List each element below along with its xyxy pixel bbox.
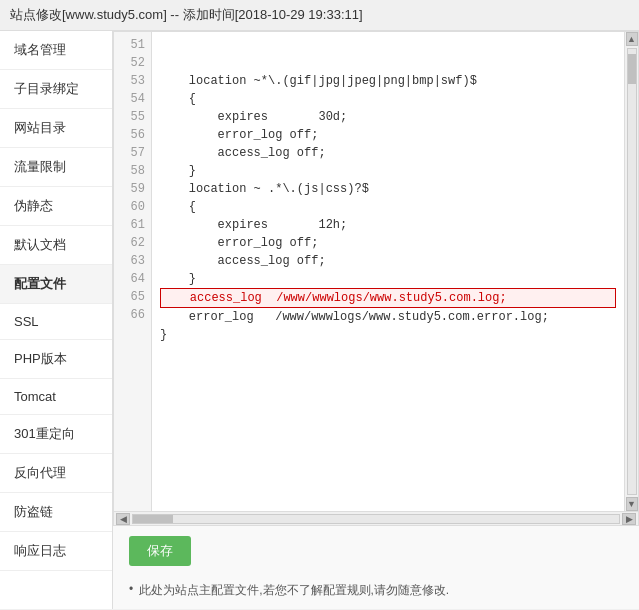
line-number-60: 60 [114,198,151,216]
code-line-65: error_log /www/wwwlogs/www.study5.com.er… [160,308,616,326]
sidebar-item-tomcat[interactable]: Tomcat [0,379,112,415]
code-line-54: error_log off; [160,126,616,144]
v-scroll-thumb[interactable] [628,54,636,84]
sidebar-item-sitedir[interactable]: 网站目录 [0,109,112,148]
title-bar: 站点修改[www.study5.com] -- 添加时间[2018-10-29 … [0,0,639,31]
h-scroll-right-arrow[interactable]: ▶ [622,513,636,525]
sidebar-item-redirect301[interactable]: 301重定向 [0,415,112,454]
sidebar-item-reverse-proxy[interactable]: 反向代理 [0,454,112,493]
code-line-64: access_log /www/wwwlogs/www.study5.com.l… [160,288,616,308]
sidebar-item-traffic[interactable]: 流量限制 [0,148,112,187]
note-area: • 此处为站点主配置文件,若您不了解配置规则,请勿随意修改. [113,576,639,609]
h-scroll-track[interactable] [132,514,620,524]
sidebar-item-domain[interactable]: 域名管理 [0,31,112,70]
sidebar-item-hotlink[interactable]: 防盗链 [0,493,112,532]
v-scroll-down-arrow[interactable]: ▼ [626,497,638,511]
title-text: 站点修改[www.study5.com] -- 添加时间[2018-10-29 … [10,7,363,22]
code-line-58: location ~ .*\.(js|css)?$ [160,180,616,198]
vertical-scrollbar[interactable]: ▲ ▼ [624,32,638,511]
code-line-59: { [160,198,616,216]
line-number-63: 63 [114,252,151,270]
line-number-56: 56 [114,126,151,144]
line-number-52: 52 [114,54,151,72]
line-number-62: 62 [114,234,151,252]
code-line-63: } [160,270,616,288]
code-line-56: } [160,162,616,180]
sidebar-item-default-doc[interactable]: 默认文档 [0,226,112,265]
code-line-53: expires 30d; [160,108,616,126]
line-number-66: 66 [114,306,151,324]
code-line-62: access_log off; [160,252,616,270]
code-line-60: expires 12h; [160,216,616,234]
line-number-57: 57 [114,144,151,162]
code-line-51: location ~*\.(gif|jpg|jpeg|png|bmp|swf)$ [160,72,616,90]
code-line-66: } [160,326,616,344]
content-area: 51525354555657585960616263646566 locatio… [113,31,639,609]
v-scroll-track[interactable] [627,48,637,495]
v-scroll-up-arrow[interactable]: ▲ [626,32,638,46]
sidebar-item-config-file[interactable]: 配置文件 [0,265,112,304]
horizontal-scrollbar[interactable]: ◀ ▶ [114,511,638,525]
h-scroll-thumb[interactable] [133,515,173,523]
code-content[interactable]: location ~*\.(gif|jpg|jpeg|png|bmp|swf)$… [152,32,624,511]
line-number-65: 65 [114,288,151,306]
note-text: 此处为站点主配置文件,若您不了解配置规则,请勿随意修改. [139,582,449,599]
sidebar-item-subdir[interactable]: 子目录绑定 [0,70,112,109]
sidebar-item-pseudostatic[interactable]: 伪静态 [0,187,112,226]
bullet-icon: • [129,582,133,596]
line-number-59: 59 [114,180,151,198]
line-number-58: 58 [114,162,151,180]
sidebar-item-php-version[interactable]: PHP版本 [0,340,112,379]
h-scroll-left-arrow[interactable]: ◀ [116,513,130,525]
line-numbers: 51525354555657585960616263646566 [114,32,152,511]
sidebar-item-ssl[interactable]: SSL [0,304,112,340]
action-bar: 保存 [113,526,639,576]
save-button[interactable]: 保存 [129,536,191,566]
line-number-55: 55 [114,108,151,126]
sidebar: 域名管理子目录绑定网站目录流量限制伪静态默认文档配置文件SSLPHP版本Tomc… [0,31,113,609]
line-number-53: 53 [114,72,151,90]
code-line-52: { [160,90,616,108]
line-number-64: 64 [114,270,151,288]
code-line-61: error_log off; [160,234,616,252]
code-editor: 51525354555657585960616263646566 locatio… [113,31,639,526]
line-number-61: 61 [114,216,151,234]
code-line-55: access_log off; [160,144,616,162]
line-number-54: 54 [114,90,151,108]
sidebar-item-access-log[interactable]: 响应日志 [0,532,112,571]
line-number-51: 51 [114,36,151,54]
